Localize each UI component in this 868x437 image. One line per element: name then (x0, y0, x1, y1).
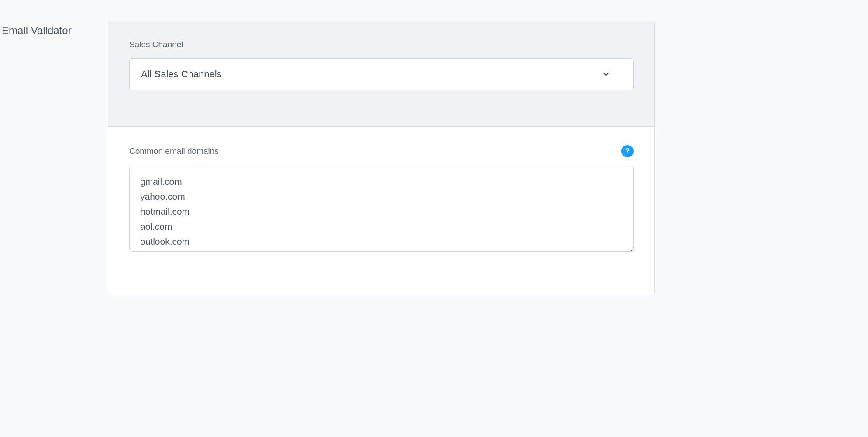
sales-channel-label: Sales Channel (129, 40, 634, 49)
sales-channel-select[interactable]: All Sales Channels (129, 58, 634, 90)
chevron-down-icon (602, 70, 610, 79)
settings-panel: Sales Channel All Sales Channels Common … (108, 21, 655, 294)
help-icon[interactable]: ? (621, 145, 634, 157)
common-domains-section: Common email domains ? (108, 127, 654, 294)
sales-channel-section: Sales Channel All Sales Channels (108, 21, 654, 127)
common-domains-textarea[interactable] (129, 166, 634, 252)
sales-channel-selected-value: All Sales Channels (141, 69, 222, 80)
common-domains-label: Common email domains (129, 146, 219, 156)
page-title: Email Validator (0, 21, 108, 37)
